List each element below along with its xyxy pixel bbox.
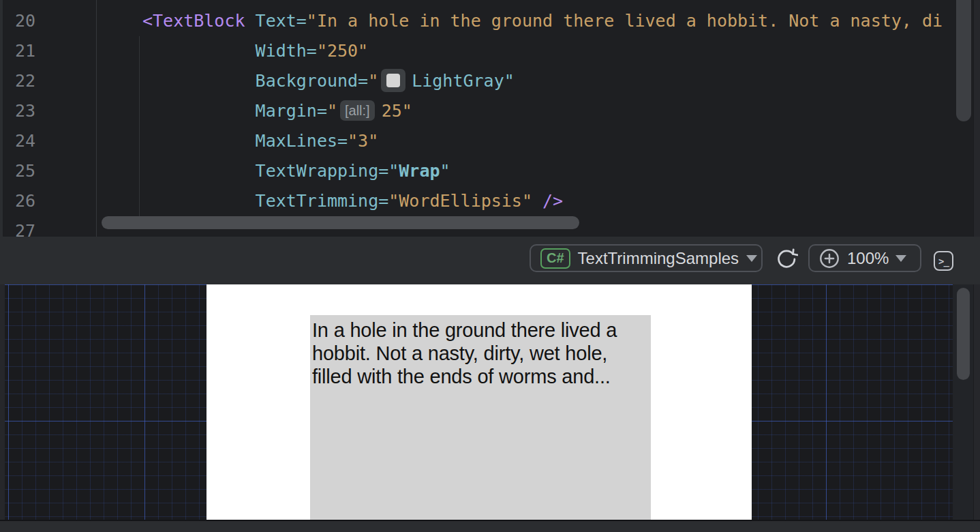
preview-canvas: In a hole in the ground there lived a ho… <box>206 284 752 520</box>
code-line[interactable]: <TextBlock Text="In a hole in the ground… <box>97 6 980 36</box>
code-token <box>142 101 256 121</box>
code-line[interactable]: TextTrimming="WordEllipsis" /> <box>97 186 980 216</box>
editor-line: 21 Width="250" <box>0 36 980 66</box>
code-token: " <box>327 101 337 121</box>
code-token <box>142 71 256 91</box>
refresh-preview-button[interactable] <box>774 248 799 272</box>
preview-toolbar: C# TextTrimmingSamples 100% >_ <box>0 237 980 284</box>
code-token: 25" <box>382 101 412 121</box>
gutter-divider <box>96 0 97 237</box>
previewed-project-label: TextTrimmingSamples <box>578 249 739 268</box>
line-number: 22 <box>0 66 35 96</box>
editor-line: 26 TextTrimming="WordEllipsis" /> <box>0 186 980 216</box>
code-token: " <box>388 161 399 181</box>
code-token <box>142 191 256 211</box>
preview-right-strip <box>974 284 980 520</box>
code-token: /> <box>542 191 563 211</box>
code-token: Background= <box>256 71 369 91</box>
zoom-level-dropdown[interactable]: 100% <box>808 244 921 272</box>
terminal-prompt-icon: >_ <box>938 256 949 267</box>
code-token: TextTrimming= <box>256 191 389 211</box>
line-number: 27 <box>0 216 35 237</box>
zoom-level-value: 100% <box>847 249 889 268</box>
editor-line: 25 TextWrapping="Wrap" <box>0 156 980 186</box>
code-token: " <box>440 161 450 181</box>
csharp-file-icon: C# <box>540 248 570 269</box>
editor-horizontal-scrollbar[interactable] <box>102 216 579 229</box>
line-number: 23 <box>0 96 35 126</box>
editor-line: 24 MaxLines="3" <box>0 126 980 156</box>
code-line[interactable]: MaxLines="3" <box>97 126 980 156</box>
code-token <box>142 131 256 151</box>
code-line[interactable]: TextWrapping="Wrap" <box>97 156 980 186</box>
code-token: MaxLines= <box>256 131 348 151</box>
code-token: " <box>368 71 378 91</box>
editor-line: 23 Margin="[all:]25" <box>0 96 980 126</box>
code-token <box>142 161 256 181</box>
line-number: 20 <box>0 6 35 36</box>
line-number: 21 <box>0 36 35 66</box>
editor-vertical-scrollbar[interactable] <box>956 0 971 121</box>
swatch-color <box>386 74 400 87</box>
zoom-in-icon <box>818 248 840 269</box>
editor-line: 22 Background="LightGray" <box>0 66 980 96</box>
ide-window: 20<TextBlock Text="In a hole in the grou… <box>0 0 980 532</box>
preview-left-edge <box>0 284 5 520</box>
code-token: Wrap <box>399 161 440 181</box>
code-token: <TextBlock <box>142 11 245 31</box>
textblock-line: filled with the ends of worms and... <box>312 365 651 388</box>
code-token <box>245 11 256 31</box>
code-token: "In a hole in the ground there lived a h… <box>307 11 943 31</box>
chevron-down-icon <box>895 255 906 262</box>
code-line[interactable]: Width="250" <box>97 36 980 66</box>
code-token <box>532 191 542 211</box>
code-line[interactable]: Margin="[all:]25" <box>97 96 980 126</box>
preview-vertical-scrollbar[interactable] <box>957 288 970 380</box>
code-token: "250" <box>317 41 368 61</box>
refresh-icon <box>775 248 798 271</box>
editor-right-strip <box>974 0 980 237</box>
textblock-line: hobbit. Not a nasty, dirty, wet hole, <box>312 342 651 365</box>
rendered-textblock: In a hole in the ground there lived a ho… <box>310 315 651 520</box>
code-token: TextWrapping= <box>256 161 389 181</box>
line-number: 25 <box>0 156 35 186</box>
code-token: Width= <box>256 41 317 61</box>
code-token: "3" <box>348 131 378 151</box>
code-token: " <box>504 71 515 91</box>
chevron-down-icon <box>746 255 757 262</box>
code-token: Margin= <box>256 101 327 121</box>
line-number: 26 <box>0 186 35 216</box>
inlay-hint-badge: [all:] <box>340 100 375 121</box>
code-token <box>142 41 256 61</box>
line-number: 24 <box>0 126 35 156</box>
editor-line: 20<TextBlock Text="In a hole in the grou… <box>0 6 980 36</box>
design-preview-pane: In a hole in the ground there lived a ho… <box>0 284 980 520</box>
code-line[interactable]: Background="LightGray" <box>97 66 980 96</box>
textblock-line: In a hole in the ground there lived a <box>312 319 651 342</box>
code-token: LightGray <box>412 71 504 91</box>
code-token: Text= <box>256 11 307 31</box>
terminal-button[interactable]: >_ <box>934 251 953 271</box>
bottom-panel-strip <box>0 520 980 532</box>
color-swatch-inlay <box>381 69 405 92</box>
xaml-editor[interactable]: 20<TextBlock Text="In a hole in the grou… <box>0 0 980 237</box>
indent-guide-line <box>139 36 140 219</box>
previewed-project-dropdown[interactable]: C# TextTrimmingSamples <box>530 244 763 272</box>
code-token: "WordEllipsis" <box>388 191 532 211</box>
